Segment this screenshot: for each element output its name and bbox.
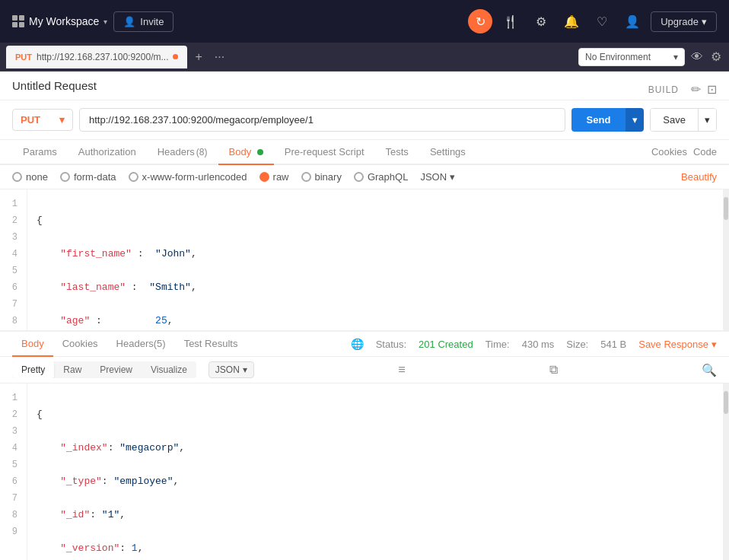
method-label: PUT bbox=[21, 114, 40, 126]
wrap-lines-button[interactable]: ≡ bbox=[398, 363, 405, 377]
time-label: Time: bbox=[485, 339, 510, 350]
binary-radio[interactable]: binary bbox=[301, 171, 342, 183]
form-data-radio[interactable]: form-data bbox=[60, 171, 116, 183]
response-line-numbers: 123456789 bbox=[0, 383, 27, 560]
send-button[interactable]: Send bbox=[571, 108, 626, 132]
heart-icon-button[interactable]: ♡ bbox=[590, 9, 614, 33]
url-input[interactable] bbox=[79, 108, 565, 132]
copy-response-button[interactable]: ⧉ bbox=[549, 363, 558, 377]
save-button[interactable]: Save bbox=[651, 109, 698, 131]
add-tab-button[interactable]: + bbox=[190, 49, 206, 65]
json-select-chevron-icon: ▾ bbox=[243, 364, 247, 375]
edit-icon-button[interactable]: ✏ bbox=[691, 82, 701, 97]
response-tabs-bar: Body Cookies Headers(5) Test Results 🌐 S… bbox=[0, 332, 729, 357]
json-chevron-icon: ▾ bbox=[450, 171, 455, 183]
workspace-icon bbox=[12, 15, 24, 27]
env-eye-button[interactable]: 👁 bbox=[689, 49, 705, 65]
settings-icon-button[interactable]: ⚙ bbox=[529, 9, 553, 33]
workspace-button[interactable]: My Workspace ▾ bbox=[12, 15, 107, 27]
tab-unsaved-dot bbox=[173, 54, 178, 59]
send-chevron-button[interactable]: ▾ bbox=[626, 108, 644, 132]
save-chevron-button[interactable]: ▾ bbox=[698, 109, 716, 131]
response-tab-test-results[interactable]: Test Results bbox=[175, 332, 247, 357]
graphql-radio[interactable]: GraphQL bbox=[354, 171, 408, 183]
beautify-button[interactable]: Beautify bbox=[681, 171, 717, 183]
build-button[interactable]: BUILD bbox=[642, 81, 685, 98]
preview-tab[interactable]: Preview bbox=[91, 361, 142, 378]
url-bar: PUT ▾ Send ▾ Save ▾ bbox=[0, 100, 729, 140]
fork-icon-button[interactable]: 🍴 bbox=[498, 9, 523, 33]
tab-tests[interactable]: Tests bbox=[375, 140, 419, 165]
response-tab-cookies[interactable]: Cookies bbox=[53, 332, 107, 357]
response-json-select[interactable]: JSON ▾ bbox=[209, 361, 254, 378]
navbar: My Workspace ▾ 👤 Invite ↻ 🍴 ⚙ 🔔 ♡ 👤 Upgr… bbox=[0, 0, 729, 43]
urlencoded-radio-circle bbox=[129, 172, 138, 182]
form-data-label: form-data bbox=[74, 171, 116, 183]
none-radio[interactable]: none bbox=[12, 171, 48, 183]
body-active-dot bbox=[257, 149, 263, 155]
tab-settings[interactable]: Settings bbox=[419, 140, 476, 165]
editor-scrollbar[interactable] bbox=[723, 189, 729, 330]
sync-button[interactable]: ↻ bbox=[468, 9, 492, 33]
upgrade-button[interactable]: Upgrade ▾ bbox=[651, 11, 717, 32]
urlencoded-radio[interactable]: x-www-form-urlencoded bbox=[129, 171, 247, 183]
code-link[interactable]: Code bbox=[693, 146, 717, 158]
env-sliders-button[interactable]: ⚙ bbox=[709, 48, 723, 65]
response-tab-headers[interactable]: Headers(5) bbox=[107, 332, 175, 357]
search-response-button[interactable]: 🔍 bbox=[702, 363, 717, 377]
urlencoded-label: x-www-form-urlencoded bbox=[142, 171, 247, 183]
response-tab-body[interactable]: Body bbox=[12, 332, 53, 357]
upgrade-label: Upgrade bbox=[661, 16, 699, 27]
response-area: Body Cookies Headers(5) Test Results 🌐 S… bbox=[0, 330, 729, 560]
invite-button[interactable]: 👤 Invite bbox=[113, 11, 173, 32]
save-response-chevron-icon: ▾ bbox=[711, 339, 717, 350]
form-data-radio-circle bbox=[60, 172, 70, 182]
code-editor[interactable]: 12345678 { "first_name" : "John", "last_… bbox=[0, 189, 729, 330]
json-format-label: JSON bbox=[420, 171, 447, 183]
tab-params[interactable]: Params bbox=[12, 140, 68, 165]
raw-tab[interactable]: Raw bbox=[54, 361, 91, 378]
json-format-select[interactable]: JSON ▾ bbox=[420, 171, 455, 183]
sync-icon: ↻ bbox=[476, 14, 485, 29]
size-value: 541 B bbox=[600, 339, 626, 350]
none-radio-circle bbox=[12, 172, 22, 182]
request-title: Untitled Request bbox=[12, 79, 97, 100]
request-tab[interactable]: PUT http://192.168.237.100:9200/m... bbox=[6, 46, 187, 68]
response-scrollbar[interactable] bbox=[723, 383, 729, 560]
chevron-down-icon: ▾ bbox=[103, 18, 107, 26]
tab-pre-request[interactable]: Pre-request Script bbox=[274, 140, 375, 165]
tab-headers[interactable]: Headers(8) bbox=[147, 140, 218, 165]
pretty-tab[interactable]: Pretty bbox=[12, 361, 54, 378]
tab-body[interactable]: Body bbox=[218, 140, 274, 165]
tab-url: http://192.168.237.100:9200/m... bbox=[37, 52, 168, 62]
save-response-button[interactable]: Save Response ▾ bbox=[638, 339, 717, 350]
request-header: Untitled Request BUILD ✏ ⊡ bbox=[0, 72, 729, 100]
status-label: Status: bbox=[376, 339, 406, 350]
environment-dropdown[interactable]: No Environment ▾ bbox=[578, 48, 685, 66]
binary-label: binary bbox=[315, 171, 342, 183]
response-scrollbar-thumb bbox=[724, 391, 728, 414]
header-icons: BUILD ✏ ⊡ bbox=[642, 81, 717, 98]
response-code-lines: 123456789 { "_index": "megacorp", "_type… bbox=[0, 383, 729, 560]
raw-radio-circle bbox=[259, 172, 269, 182]
tab-bar: PUT http://192.168.237.100:9200/m... + ·… bbox=[0, 43, 729, 72]
line-numbers: 12345678 bbox=[0, 189, 27, 330]
visualize-tab[interactable]: Visualize bbox=[142, 361, 196, 378]
bell-icon-button[interactable]: 🔔 bbox=[559, 9, 584, 33]
method-select[interactable]: PUT ▾ bbox=[12, 109, 73, 131]
editor-scrollbar-thumb bbox=[724, 197, 728, 220]
env-selector: No Environment ▾ 👁 ⚙ bbox=[578, 48, 723, 66]
status-code: 201 Created bbox=[419, 339, 473, 350]
upgrade-chevron-icon: ▾ bbox=[702, 16, 707, 27]
response-code[interactable]: 123456789 { "_index": "megacorp", "_type… bbox=[0, 383, 729, 560]
raw-radio[interactable]: raw bbox=[259, 171, 289, 183]
user-icon-button[interactable]: 👤 bbox=[620, 9, 645, 33]
tab-authorization[interactable]: Authorization bbox=[68, 140, 147, 165]
layout-icon-button[interactable]: ⊡ bbox=[707, 82, 717, 97]
size-label: Size: bbox=[566, 339, 588, 350]
more-tabs-button[interactable]: ··· bbox=[210, 49, 229, 65]
env-chevron-icon: ▾ bbox=[673, 52, 678, 62]
raw-label: raw bbox=[273, 171, 289, 183]
code-content[interactable]: { "first_name" : "John", "last_name" : "… bbox=[27, 189, 723, 330]
cookies-link[interactable]: Cookies bbox=[651, 146, 687, 158]
